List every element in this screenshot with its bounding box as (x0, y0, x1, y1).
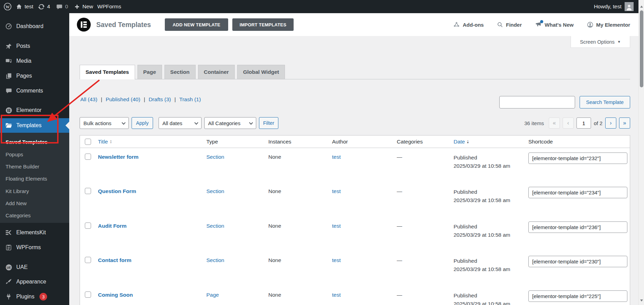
sidebar-label: ElementsKit (16, 229, 46, 236)
template-type-link[interactable]: Section (206, 223, 224, 229)
import-templates-button[interactable]: IMPORT TEMPLATES (232, 18, 294, 31)
page-scrollbar[interactable] (638, 0, 644, 305)
first-page-button[interactable]: « (549, 117, 560, 129)
sidebar-label: UAE (16, 264, 28, 270)
author-link[interactable]: test (332, 257, 341, 263)
filter-all-link[interactable]: All (43) (80, 96, 97, 103)
select-row-checkbox[interactable] (85, 291, 91, 298)
sidebar-item-elementskit[interactable]: ElementsKit (0, 225, 69, 240)
bulk-actions-select[interactable]: Bulk actions (80, 117, 129, 129)
tab-saved-templates[interactable]: Saved Templates (80, 65, 135, 79)
sidebar-item-appearance[interactable]: Appearance (0, 274, 69, 289)
sidebar-item-comments[interactable]: Comments (0, 84, 69, 98)
apply-button[interactable]: Apply (132, 117, 153, 129)
template-type-link[interactable]: Section (206, 154, 224, 160)
new-label: New (82, 3, 93, 10)
select-row-checkbox[interactable] (85, 154, 91, 160)
sidebar-item-uae[interactable]: UE UAE (0, 260, 69, 274)
author-link[interactable]: test (332, 154, 341, 160)
new-content-menu[interactable]: New (74, 0, 93, 13)
author-link[interactable]: test (332, 292, 341, 298)
table-row: Contact form Section None test — Publish… (80, 251, 630, 286)
template-title-link[interactable]: Contact form (98, 257, 131, 263)
last-page-button[interactable]: » (619, 117, 630, 129)
shortcode-field[interactable] (528, 187, 627, 198)
scroll-up-arrow-icon[interactable] (640, 4, 643, 8)
sidebar-item-posts[interactable]: Posts (0, 39, 69, 53)
whats-new-link[interactable]: What's New (535, 21, 574, 28)
sidebar-item-wpforms[interactable]: WPForms (0, 240, 69, 255)
site-menu[interactable]: test (16, 0, 33, 13)
search-template-input[interactable] (499, 96, 575, 108)
column-header-title[interactable]: Title ▲▼ (98, 136, 112, 148)
sidebar-label: Dashboard (16, 23, 43, 29)
template-type-link[interactable]: Section (206, 257, 224, 263)
template-title-link[interactable]: Coming Soon (98, 292, 133, 298)
addons-link[interactable]: Add-ons (453, 21, 484, 28)
tab-global-widget[interactable]: Global Widget (237, 65, 285, 79)
template-title-link[interactable]: Audit Form (98, 223, 127, 229)
wpforms-adminbar-menu[interactable]: WPForms (97, 0, 121, 13)
sidebar-item-plugins[interactable]: Plugins 3 (0, 289, 69, 304)
sidebar-subitem-popups[interactable]: Popups (0, 148, 69, 160)
select-row-checkbox[interactable] (85, 223, 91, 229)
select-all-checkbox[interactable] (85, 139, 91, 145)
updates-menu[interactable]: 4 (38, 0, 50, 13)
select-row-checkbox[interactable] (85, 257, 91, 263)
author-link[interactable]: test (332, 188, 341, 194)
select-row-checkbox[interactable] (85, 188, 91, 194)
comments-menu[interactable]: 0 (56, 0, 68, 13)
sidebar-subitem-kit-library[interactable]: Kit Library (0, 185, 69, 197)
next-page-button[interactable]: › (605, 117, 616, 129)
all-categories-select[interactable]: All Categories (204, 117, 256, 129)
header-links: Add-ons Finder What's New My Element (453, 13, 630, 36)
sidebar-item-dashboard[interactable]: Dashboard (0, 19, 69, 34)
my-elementor-link[interactable]: My Elementor (587, 21, 630, 28)
search-template-button[interactable]: Search Template (580, 96, 630, 108)
sidebar-item-elementor[interactable]: Elementor (0, 103, 69, 117)
categories-value: — (397, 154, 402, 160)
scroll-down-arrow-icon[interactable] (640, 299, 643, 303)
account-menu[interactable]: Howdy, test (594, 0, 634, 13)
sidebar-subitem-categories[interactable]: Categories (0, 209, 69, 221)
finder-link[interactable]: Finder (497, 21, 522, 28)
add-new-template-button[interactable]: ADD NEW TEMPLATE (165, 18, 228, 31)
wp-logo-menu[interactable]: W (3, 0, 12, 13)
sidebar-sublabel: Categories (6, 212, 31, 218)
tab-page[interactable]: Page (137, 65, 162, 79)
sidebar-item-templates[interactable]: Templates (0, 118, 69, 133)
template-title-link[interactable]: Newsletter form (98, 154, 138, 160)
template-type-link[interactable]: Page (206, 292, 219, 298)
sidebar-subitem-saved-templates[interactable]: Saved Templates (0, 136, 69, 148)
chevron-down-icon (122, 121, 125, 124)
current-page-input[interactable] (576, 117, 591, 129)
sidebar-subitem-floating-elements[interactable]: Floating Elements (0, 173, 69, 185)
tab-section[interactable]: Section (164, 65, 196, 79)
template-title-link[interactable]: Question Form (98, 188, 136, 194)
comments-icon (5, 88, 12, 94)
shortcode-field[interactable] (528, 152, 627, 164)
shortcode-field[interactable] (528, 256, 627, 267)
shortcode-field[interactable] (528, 290, 627, 302)
filter-trash-link[interactable]: Trash (1) (179, 96, 201, 103)
svg-text:W: W (6, 5, 10, 9)
all-dates-select[interactable]: All dates (159, 117, 202, 129)
filter-drafts-link[interactable]: Drafts (3) (149, 96, 171, 103)
scrollbar-thumb[interactable] (640, 10, 643, 87)
sidebar-item-pages[interactable]: Pages (0, 69, 69, 83)
column-header-date[interactable]: Date ▲▼ (454, 136, 469, 148)
prev-page-button[interactable]: ‹ (563, 117, 574, 129)
shortcode-field[interactable] (528, 221, 627, 233)
sidebar-subitem-add-new[interactable]: Add New (0, 197, 69, 209)
filter-published-link[interactable]: Published (40) (106, 96, 140, 103)
tab-container[interactable]: Container (198, 65, 235, 79)
filter-button[interactable]: Filter (259, 117, 278, 129)
sidebar-item-media[interactable]: Media (0, 54, 69, 68)
screen-options-toggle[interactable]: Screen Options ▼ (571, 36, 630, 48)
svg-text:UE: UE (7, 265, 11, 269)
sidebar-sublabel: Popups (6, 151, 23, 157)
sidebar-subitem-theme-builder[interactable]: Theme Builder (0, 160, 69, 173)
author-link[interactable]: test (332, 223, 341, 229)
date-status: Published (454, 293, 477, 298)
template-type-link[interactable]: Section (206, 188, 224, 194)
